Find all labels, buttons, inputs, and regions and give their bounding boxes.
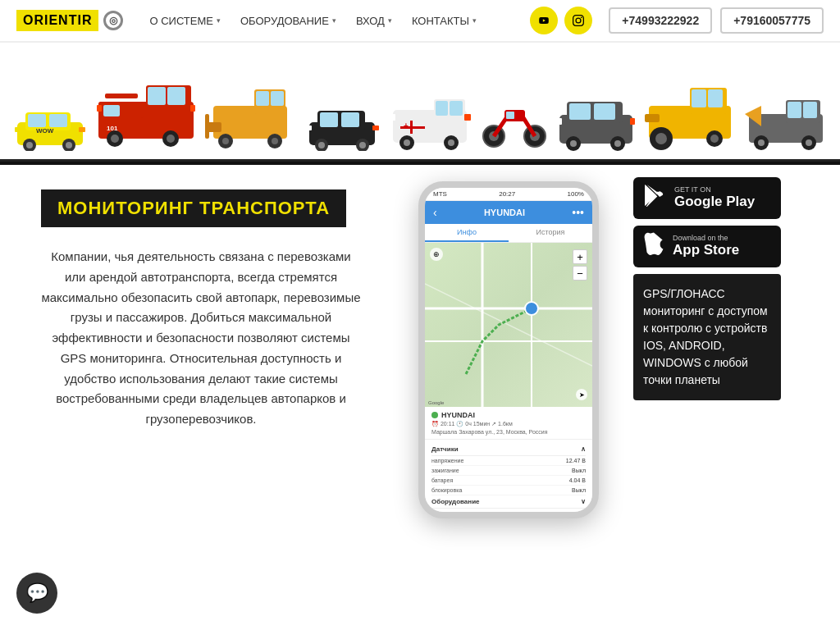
svg-point-18 <box>111 135 119 143</box>
svg-rect-2 <box>28 114 46 127</box>
svg-text:+: + <box>404 121 409 130</box>
phone-button-1[interactable]: +74993222922 <box>609 7 712 34</box>
phone-area: MTS 20:27 100% ‹ HYUNDAI ••• Инфо Истори… <box>394 165 623 575</box>
description-text: Компании, чья деятельность связана с пер… <box>41 247 361 430</box>
svg-rect-73 <box>630 118 635 125</box>
svg-rect-27 <box>256 91 269 106</box>
phone-tab-history[interactable]: История <box>509 224 592 242</box>
svg-rect-23 <box>105 94 138 98</box>
svg-text:WOW: WOW <box>36 127 54 135</box>
svg-point-97 <box>525 302 538 315</box>
svg-rect-86 <box>803 102 817 118</box>
header: ORIENTIR ◎ О СИСТЕМЕ ▾ ОБОРУДОВАНИЕ ▾ ВХ… <box>0 0 840 43</box>
map-roads-svg <box>425 243 592 407</box>
google-play-text: GET IT ON Google Play <box>674 185 755 210</box>
google-play-icon <box>643 184 666 212</box>
phone-mockup: MTS 20:27 100% ‹ HYUNDAI ••• Инфо Истори… <box>418 181 599 518</box>
phone-status-bar: MTS 20:27 100% <box>425 188 592 201</box>
svg-rect-22 <box>190 105 195 112</box>
svg-rect-53 <box>389 114 395 121</box>
svg-rect-3 <box>49 114 67 127</box>
svg-rect-30 <box>205 114 209 139</box>
chevron-down-icon: ▾ <box>332 16 336 25</box>
svg-rect-66 <box>569 103 591 120</box>
suv-vehicle <box>557 92 635 151</box>
youtube-button[interactable] <box>530 7 558 34</box>
svg-rect-72 <box>557 118 562 125</box>
sensors-header: Датчики ∧ <box>431 443 586 456</box>
instagram-button[interactable] <box>564 7 592 34</box>
nav-item-system[interactable]: О СИСТЕМЕ ▾ <box>139 10 231 32</box>
car-status-indicator <box>431 412 438 418</box>
zoom-out-button[interactable]: − <box>573 266 587 281</box>
sensor-row-lock: блокировка Выкл <box>431 486 586 495</box>
logo-icon: ◎ <box>103 11 123 30</box>
equipment-expand-icon[interactable]: ∨ <box>581 498 586 505</box>
svg-rect-8 <box>15 127 21 132</box>
phone-tab-info[interactable]: Инфо <box>425 224 509 242</box>
svg-point-20 <box>167 135 175 143</box>
map-background: ⊕ + − Google ➤ <box>425 243 592 407</box>
right-content: GET IT ON Google Play Download on the Ap… <box>623 165 791 575</box>
app-store-text: Download on the App Store <box>673 234 739 258</box>
zoom-in-button[interactable]: + <box>573 249 587 264</box>
chevron-down-icon: ▾ <box>388 16 392 25</box>
svg-rect-48 <box>450 101 463 116</box>
svg-rect-76 <box>692 89 706 107</box>
phone-menu-icon[interactable]: ••• <box>572 206 584 219</box>
svg-text:101: 101 <box>107 125 118 132</box>
motorcycle-vehicle <box>482 94 547 151</box>
carrier: MTS <box>433 190 447 198</box>
svg-rect-21 <box>97 105 102 112</box>
svg-rect-67 <box>594 103 615 120</box>
phone-tabs: Инфо История <box>425 224 592 243</box>
sensors-collapse-icon[interactable]: ∧ <box>581 445 586 453</box>
sensor-row-voltage: напряжение 12.47 В <box>431 456 586 466</box>
svg-point-79 <box>655 133 667 144</box>
gps-info-box: GPS/ГЛОНАСС мониторинг с доступом к конт… <box>633 274 781 400</box>
svg-rect-47 <box>436 101 448 116</box>
svg-line-96 <box>425 284 592 366</box>
social-icons <box>530 7 592 34</box>
map-zoom-controls: + − <box>573 249 587 281</box>
chevron-down-icon: ▾ <box>472 16 477 25</box>
sensor-row-ignition: зажигание Выкл <box>431 466 586 476</box>
navigate-icon[interactable]: ➤ <box>576 389 587 400</box>
nav-item-equipment[interactable]: ОБОРУДОВАНИЕ ▾ <box>231 10 346 32</box>
phone-nav-title: HYUNDAI <box>442 208 568 217</box>
nav-item-login[interactable]: ВХОД ▾ <box>346 10 402 32</box>
ambulance-vehicle: + <box>389 89 471 151</box>
gps-info-text: GPS/ГЛОНАСС мониторинг с доступом к конт… <box>643 287 768 386</box>
svg-point-88 <box>758 139 765 146</box>
svg-point-34 <box>272 138 278 144</box>
main-section: МОНИТОРИНГ ТРАНСПОРТА Компании, чья деят… <box>0 165 840 575</box>
svg-rect-82 <box>645 114 660 122</box>
phone-back-icon[interactable]: ‹ <box>433 206 437 219</box>
section-title: МОНИТОРИНГ ТРАНСПОРТА <box>57 198 330 218</box>
logo-text: ORIENTIR <box>16 10 98 31</box>
svg-point-50 <box>404 139 410 146</box>
google-play-button[interactable]: GET IT ON Google Play <box>633 177 781 219</box>
svg-point-71 <box>614 140 621 147</box>
svg-rect-77 <box>708 89 723 107</box>
phone-car-name: HYUNDAI <box>431 411 586 419</box>
svg-point-7 <box>66 142 72 148</box>
phone-info-bar: HYUNDAI ⏰ 20:11 🕐 0ч 15мин ↗ 1.6км Марша… <box>425 407 592 440</box>
svg-rect-54 <box>464 114 471 121</box>
phone-car-address: Маршала Захарова ул., 23, Москва, Россия <box>431 429 586 435</box>
svg-rect-14 <box>167 87 185 105</box>
battery: 100% <box>568 190 584 198</box>
logo-area: ORIENTIR ◎ <box>16 10 123 31</box>
app-store-button[interactable]: Download on the App Store <box>633 226 781 267</box>
svg-point-52 <box>448 139 454 146</box>
phone-button-2[interactable]: +79160057775 <box>720 7 824 34</box>
svg-point-32 <box>222 138 229 144</box>
nav-item-contacts[interactable]: КОНТАКТЫ ▾ <box>402 10 486 32</box>
svg-point-81 <box>710 135 719 143</box>
phone-car-stats: ⏰ 20:11 🕐 0ч 15мин ↗ 1.6км <box>431 421 586 427</box>
svg-rect-43 <box>305 126 312 130</box>
time: 20:27 <box>499 190 515 198</box>
svg-point-40 <box>318 142 325 148</box>
apple-icon <box>643 232 664 261</box>
svg-rect-85 <box>788 102 801 118</box>
